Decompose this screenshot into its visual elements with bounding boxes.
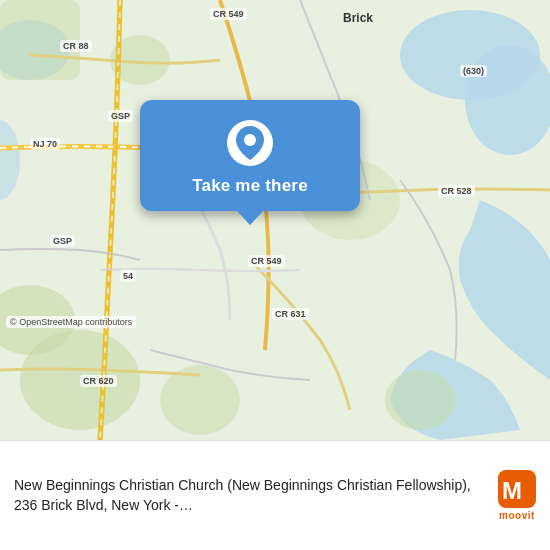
road-label-nj70: NJ 70 — [30, 138, 60, 150]
road-label-cr549-mid: CR 549 — [248, 255, 285, 267]
info-bar: New Beginnings Christian Church (New Beg… — [0, 440, 550, 550]
svg-point-8 — [385, 370, 455, 430]
road-label-54-mid: 54 — [120, 270, 136, 282]
location-pin-icon — [227, 120, 273, 166]
moovit-logo: M moovit — [498, 470, 536, 521]
road-label-cr631: CR 631 — [272, 308, 309, 320]
road-label-cr620: CR 620 — [80, 375, 117, 387]
road-label-630: (630) — [460, 65, 487, 77]
osm-attribution: © OpenStreetMap contributors — [6, 316, 136, 328]
svg-text:M: M — [502, 477, 522, 504]
place-description: New Beginnings Christian Church (New Beg… — [14, 476, 488, 515]
road-label-cr549-top: CR 549 — [210, 8, 247, 20]
map-container: CR 549 CR 88 NJ 70 GSP 54 CR 528 GSP 54 … — [0, 0, 550, 440]
moovit-icon: M — [498, 470, 536, 508]
road-label-cr88: CR 88 — [60, 40, 92, 52]
svg-point-7 — [160, 365, 240, 435]
moovit-label: moovit — [499, 510, 535, 521]
city-label-brick: Brick — [340, 10, 376, 26]
road-label-cr528: CR 528 — [438, 185, 475, 197]
road-label-gsp-top: GSP — [108, 110, 133, 122]
svg-point-12 — [244, 134, 256, 146]
road-label-gsp-mid: GSP — [50, 235, 75, 247]
take-me-there-button[interactable]: Take me there — [192, 176, 308, 196]
map-callout[interactable]: Take me there — [140, 100, 360, 211]
